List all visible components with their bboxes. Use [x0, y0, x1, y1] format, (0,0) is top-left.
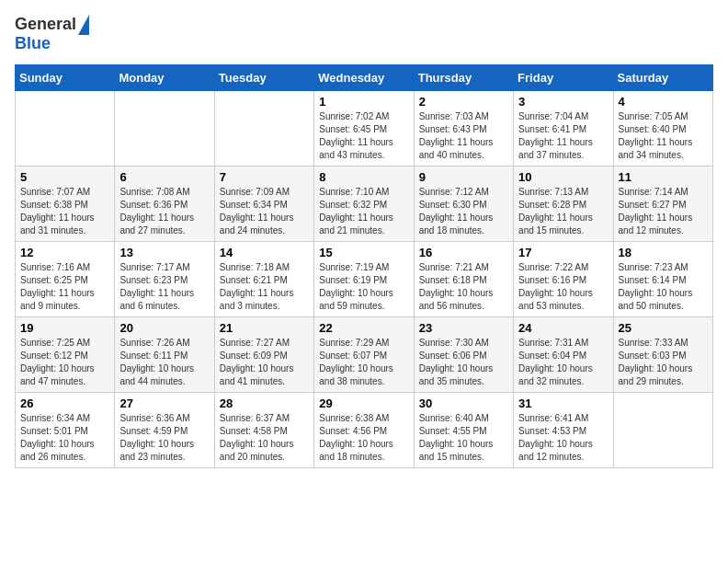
day-info: Sunrise: 7:19 AM Sunset: 6:19 PM Dayligh…	[319, 261, 408, 313]
calendar-cell: 7Sunrise: 7:09 AM Sunset: 6:34 PM Daylig…	[214, 166, 313, 241]
calendar-cell	[16, 90, 115, 166]
day-number: 4	[619, 95, 708, 109]
calendar-cell: 18Sunrise: 7:23 AM Sunset: 6:14 PM Dayli…	[613, 241, 712, 316]
calendar-cell: 25Sunrise: 7:33 AM Sunset: 6:03 PM Dayli…	[613, 316, 712, 392]
day-number: 12	[20, 246, 109, 259]
day-info: Sunrise: 7:09 AM Sunset: 6:34 PM Dayligh…	[220, 186, 309, 237]
calendar-cell: 13Sunrise: 7:17 AM Sunset: 6:23 PM Dayli…	[115, 241, 214, 316]
calendar-cell: 24Sunrise: 7:31 AM Sunset: 6:04 PM Dayli…	[514, 316, 613, 392]
day-number: 8	[319, 170, 408, 184]
day-number: 22	[319, 321, 408, 335]
calendar-cell: 16Sunrise: 7:21 AM Sunset: 6:18 PM Dayli…	[414, 241, 513, 316]
day-info: Sunrise: 7:14 AM Sunset: 6:27 PM Dayligh…	[619, 186, 708, 237]
day-number: 18	[619, 246, 708, 259]
day-number: 16	[419, 246, 508, 259]
calendar-week-row: 5Sunrise: 7:07 AM Sunset: 6:38 PM Daylig…	[16, 166, 713, 241]
day-info: Sunrise: 6:41 AM Sunset: 4:53 PM Dayligh…	[518, 412, 608, 464]
weekday-header: Wednesday	[314, 64, 414, 90]
calendar-cell	[115, 90, 214, 166]
logo-general: General	[15, 16, 76, 34]
calendar-cell: 31Sunrise: 6:41 AM Sunset: 4:53 PM Dayli…	[514, 392, 613, 467]
day-info: Sunrise: 7:18 AM Sunset: 6:21 PM Dayligh…	[220, 261, 309, 313]
day-info: Sunrise: 7:30 AM Sunset: 6:06 PM Dayligh…	[419, 337, 508, 388]
day-number: 7	[220, 170, 309, 184]
day-number: 24	[518, 321, 608, 335]
day-number: 21	[220, 321, 309, 335]
calendar-cell: 26Sunrise: 6:34 AM Sunset: 5:01 PM Dayli…	[16, 392, 115, 467]
day-number: 14	[220, 246, 309, 259]
calendar-cell: 4Sunrise: 7:05 AM Sunset: 6:40 PM Daylig…	[613, 90, 712, 166]
day-number: 19	[20, 321, 109, 335]
day-info: Sunrise: 7:02 AM Sunset: 6:45 PM Dayligh…	[319, 110, 408, 162]
day-info: Sunrise: 7:25 AM Sunset: 6:12 PM Dayligh…	[20, 337, 109, 388]
calendar-cell	[613, 392, 712, 467]
day-number: 31	[518, 396, 608, 410]
calendar-cell: 2Sunrise: 7:03 AM Sunset: 6:43 PM Daylig…	[414, 90, 513, 166]
day-info: Sunrise: 7:13 AM Sunset: 6:28 PM Dayligh…	[518, 186, 608, 237]
calendar-cell: 12Sunrise: 7:16 AM Sunset: 6:25 PM Dayli…	[16, 241, 115, 316]
day-info: Sunrise: 7:27 AM Sunset: 6:09 PM Dayligh…	[220, 337, 309, 388]
calendar-cell: 29Sunrise: 6:38 AM Sunset: 4:56 PM Dayli…	[314, 392, 414, 467]
day-number: 10	[518, 170, 608, 184]
day-info: Sunrise: 6:36 AM Sunset: 4:59 PM Dayligh…	[119, 412, 209, 464]
page-header: General Blue	[15, 15, 713, 53]
day-number: 2	[419, 95, 508, 109]
day-info: Sunrise: 7:03 AM Sunset: 6:43 PM Dayligh…	[419, 110, 508, 162]
calendar-cell: 9Sunrise: 7:12 AM Sunset: 6:30 PM Daylig…	[414, 166, 513, 241]
calendar-cell: 5Sunrise: 7:07 AM Sunset: 6:38 PM Daylig…	[16, 166, 115, 241]
calendar-week-row: 26Sunrise: 6:34 AM Sunset: 5:01 PM Dayli…	[16, 392, 713, 467]
calendar-cell: 8Sunrise: 7:10 AM Sunset: 6:32 PM Daylig…	[314, 166, 414, 241]
calendar-cell: 6Sunrise: 7:08 AM Sunset: 6:36 PM Daylig…	[115, 166, 214, 241]
day-info: Sunrise: 7:07 AM Sunset: 6:38 PM Dayligh…	[20, 186, 109, 237]
day-info: Sunrise: 7:04 AM Sunset: 6:41 PM Dayligh…	[518, 110, 608, 162]
day-info: Sunrise: 7:12 AM Sunset: 6:30 PM Dayligh…	[419, 186, 508, 237]
day-info: Sunrise: 7:29 AM Sunset: 6:07 PM Dayligh…	[319, 337, 408, 388]
day-number: 30	[419, 396, 508, 410]
day-number: 9	[419, 170, 508, 184]
calendar-week-row: 19Sunrise: 7:25 AM Sunset: 6:12 PM Dayli…	[16, 316, 713, 392]
day-info: Sunrise: 7:05 AM Sunset: 6:40 PM Dayligh…	[619, 110, 708, 162]
calendar-cell: 28Sunrise: 6:37 AM Sunset: 4:58 PM Dayli…	[214, 392, 313, 467]
calendar-cell: 11Sunrise: 7:14 AM Sunset: 6:27 PM Dayli…	[613, 166, 712, 241]
calendar-cell: 23Sunrise: 7:30 AM Sunset: 6:06 PM Dayli…	[414, 316, 513, 392]
weekday-header: Thursday	[414, 64, 513, 90]
weekday-header-row: SundayMondayTuesdayWednesdayThursdayFrid…	[16, 64, 713, 90]
calendar-week-row: 12Sunrise: 7:16 AM Sunset: 6:25 PM Dayli…	[16, 241, 713, 316]
day-info: Sunrise: 7:22 AM Sunset: 6:16 PM Dayligh…	[518, 261, 608, 313]
day-info: Sunrise: 7:23 AM Sunset: 6:14 PM Dayligh…	[619, 261, 708, 313]
day-info: Sunrise: 7:33 AM Sunset: 6:03 PM Dayligh…	[619, 337, 708, 388]
calendar-cell	[214, 90, 313, 166]
day-info: Sunrise: 7:31 AM Sunset: 6:04 PM Dayligh…	[518, 337, 608, 388]
day-number: 27	[119, 396, 209, 410]
logo: General Blue	[15, 15, 89, 53]
day-info: Sunrise: 7:17 AM Sunset: 6:23 PM Dayligh…	[119, 261, 209, 313]
weekday-header: Friday	[514, 64, 613, 90]
calendar-cell: 14Sunrise: 7:18 AM Sunset: 6:21 PM Dayli…	[214, 241, 313, 316]
day-info: Sunrise: 6:37 AM Sunset: 4:58 PM Dayligh…	[220, 412, 309, 464]
calendar-cell: 10Sunrise: 7:13 AM Sunset: 6:28 PM Dayli…	[514, 166, 613, 241]
calendar-cell: 19Sunrise: 7:25 AM Sunset: 6:12 PM Dayli…	[16, 316, 115, 392]
calendar-cell: 21Sunrise: 7:27 AM Sunset: 6:09 PM Dayli…	[214, 316, 313, 392]
calendar-cell: 15Sunrise: 7:19 AM Sunset: 6:19 PM Dayli…	[314, 241, 414, 316]
calendar-cell: 1Sunrise: 7:02 AM Sunset: 6:45 PM Daylig…	[314, 90, 414, 166]
calendar-week-row: 1Sunrise: 7:02 AM Sunset: 6:45 PM Daylig…	[16, 90, 713, 166]
calendar-cell: 27Sunrise: 6:36 AM Sunset: 4:59 PM Dayli…	[115, 392, 214, 467]
day-number: 3	[518, 95, 608, 109]
calendar-cell: 22Sunrise: 7:29 AM Sunset: 6:07 PM Dayli…	[314, 316, 414, 392]
day-number: 5	[20, 170, 109, 184]
day-number: 6	[119, 170, 209, 184]
weekday-header: Saturday	[613, 64, 712, 90]
day-number: 13	[119, 246, 209, 259]
day-info: Sunrise: 7:21 AM Sunset: 6:18 PM Dayligh…	[419, 261, 508, 313]
day-info: Sunrise: 7:10 AM Sunset: 6:32 PM Dayligh…	[319, 186, 408, 237]
day-number: 15	[319, 246, 408, 259]
calendar-cell: 30Sunrise: 6:40 AM Sunset: 4:55 PM Dayli…	[414, 392, 513, 467]
day-number: 29	[319, 396, 408, 410]
day-number: 26	[20, 396, 109, 410]
day-info: Sunrise: 7:16 AM Sunset: 6:25 PM Dayligh…	[20, 261, 109, 313]
weekday-header: Monday	[115, 64, 214, 90]
day-number: 17	[518, 246, 608, 259]
calendar-table: SundayMondayTuesdayWednesdayThursdayFrid…	[15, 64, 713, 468]
calendar-cell: 17Sunrise: 7:22 AM Sunset: 6:16 PM Dayli…	[514, 241, 613, 316]
day-number: 23	[419, 321, 508, 335]
